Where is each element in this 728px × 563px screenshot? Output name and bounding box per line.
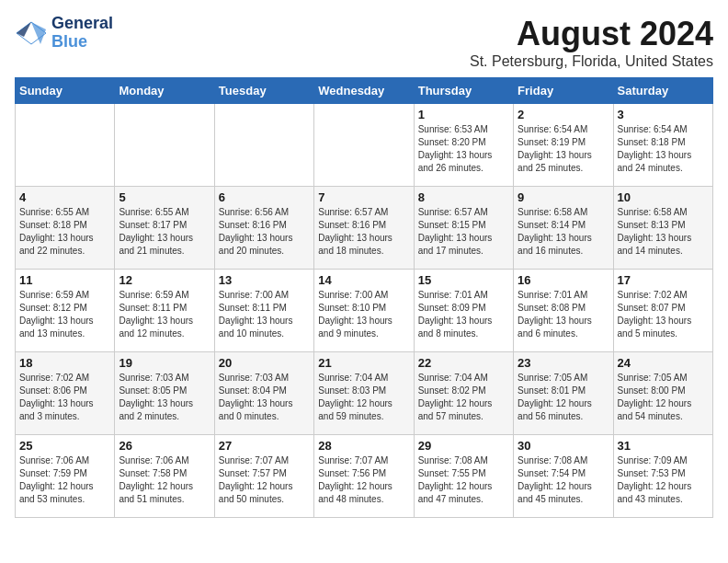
day-number: 2 <box>518 108 609 121</box>
day-info: Sunrise: 6:55 AM Sunset: 8:17 PM Dayligh… <box>119 206 210 258</box>
calendar-cell: 23Sunrise: 7:05 AM Sunset: 8:01 PM Dayli… <box>514 352 613 435</box>
calendar-cell: 9Sunrise: 6:58 AM Sunset: 8:14 PM Daylig… <box>514 187 613 270</box>
calendar-cell <box>115 104 214 187</box>
day-number: 7 <box>318 190 409 204</box>
day-info: Sunrise: 7:00 AM Sunset: 8:10 PM Dayligh… <box>318 289 409 340</box>
weekday-header-sunday: Sunday <box>16 78 115 104</box>
calendar-cell: 19Sunrise: 7:03 AM Sunset: 8:05 PM Dayli… <box>115 352 214 435</box>
calendar: SundayMondayTuesdayWednesdayThursdayFrid… <box>15 77 713 518</box>
day-number: 22 <box>418 356 509 370</box>
day-number: 31 <box>618 439 709 453</box>
day-info: Sunrise: 7:08 AM Sunset: 7:54 PM Dayligh… <box>518 454 609 506</box>
day-info: Sunrise: 7:04 AM Sunset: 8:03 PM Dayligh… <box>318 372 409 423</box>
day-info: Sunrise: 6:54 AM Sunset: 8:18 PM Dayligh… <box>618 123 709 175</box>
svg-marker-1 <box>31 22 46 44</box>
calendar-cell: 18Sunrise: 7:02 AM Sunset: 8:06 PM Dayli… <box>16 352 115 435</box>
calendar-header: SundayMondayTuesdayWednesdayThursdayFrid… <box>16 78 713 104</box>
weekday-header-saturday: Saturday <box>613 78 712 104</box>
calendar-cell: 6Sunrise: 6:56 AM Sunset: 8:16 PM Daylig… <box>214 187 313 270</box>
day-info: Sunrise: 7:01 AM Sunset: 8:09 PM Dayligh… <box>418 289 509 340</box>
day-info: Sunrise: 7:02 AM Sunset: 8:06 PM Dayligh… <box>19 372 110 423</box>
day-number: 26 <box>119 439 210 453</box>
day-info: Sunrise: 6:59 AM Sunset: 8:12 PM Dayligh… <box>19 289 110 340</box>
calendar-week-2: 4Sunrise: 6:55 AM Sunset: 8:18 PM Daylig… <box>16 187 713 270</box>
calendar-cell: 3Sunrise: 6:54 AM Sunset: 8:18 PM Daylig… <box>613 104 712 187</box>
calendar-cell: 12Sunrise: 6:59 AM Sunset: 8:11 PM Dayli… <box>115 270 214 352</box>
day-number: 3 <box>618 108 709 121</box>
calendar-week-1: 1Sunrise: 6:53 AM Sunset: 8:20 PM Daylig… <box>16 104 713 187</box>
calendar-cell: 2Sunrise: 6:54 AM Sunset: 8:19 PM Daylig… <box>514 104 613 187</box>
calendar-cell <box>314 104 414 187</box>
day-info: Sunrise: 6:55 AM Sunset: 8:18 PM Dayligh… <box>19 206 110 258</box>
calendar-body: 1Sunrise: 6:53 AM Sunset: 8:20 PM Daylig… <box>16 104 713 518</box>
calendar-cell: 8Sunrise: 6:57 AM Sunset: 8:15 PM Daylig… <box>414 187 513 270</box>
calendar-cell: 21Sunrise: 7:04 AM Sunset: 8:03 PM Dayli… <box>314 352 414 435</box>
calendar-week-3: 11Sunrise: 6:59 AM Sunset: 8:12 PM Dayli… <box>16 270 713 352</box>
page-title: August 2024 <box>470 15 713 53</box>
calendar-cell: 24Sunrise: 7:05 AM Sunset: 8:00 PM Dayli… <box>613 352 712 435</box>
logo: General Blue <box>15 15 113 52</box>
calendar-cell: 1Sunrise: 6:53 AM Sunset: 8:20 PM Daylig… <box>414 104 513 187</box>
day-number: 5 <box>119 190 210 204</box>
weekday-header-wednesday: Wednesday <box>314 78 414 104</box>
calendar-cell: 10Sunrise: 6:58 AM Sunset: 8:13 PM Dayli… <box>613 187 712 270</box>
day-info: Sunrise: 7:00 AM Sunset: 8:11 PM Dayligh… <box>219 289 310 340</box>
calendar-week-4: 18Sunrise: 7:02 AM Sunset: 8:06 PM Dayli… <box>16 352 713 435</box>
day-info: Sunrise: 7:03 AM Sunset: 8:05 PM Dayligh… <box>119 372 210 423</box>
logo-general-text: General <box>51 15 113 33</box>
calendar-cell <box>214 104 313 187</box>
day-info: Sunrise: 7:02 AM Sunset: 8:07 PM Dayligh… <box>618 289 709 340</box>
calendar-cell: 15Sunrise: 7:01 AM Sunset: 8:09 PM Dayli… <box>414 270 513 352</box>
day-number: 24 <box>618 356 709 370</box>
day-number: 13 <box>219 273 310 287</box>
logo-icon <box>15 20 48 46</box>
day-number: 9 <box>518 190 609 204</box>
calendar-cell: 16Sunrise: 7:01 AM Sunset: 8:08 PM Dayli… <box>514 270 613 352</box>
day-info: Sunrise: 6:54 AM Sunset: 8:19 PM Dayligh… <box>518 123 609 175</box>
day-number: 15 <box>418 273 509 287</box>
day-info: Sunrise: 7:07 AM Sunset: 7:57 PM Dayligh… <box>219 454 310 506</box>
day-number: 25 <box>19 439 110 453</box>
logo-blue-text: Blue <box>51 33 113 52</box>
day-number: 30 <box>518 439 609 453</box>
day-info: Sunrise: 7:08 AM Sunset: 7:55 PM Dayligh… <box>418 454 509 506</box>
calendar-cell: 29Sunrise: 7:08 AM Sunset: 7:55 PM Dayli… <box>414 435 513 518</box>
day-info: Sunrise: 7:09 AM Sunset: 7:53 PM Dayligh… <box>618 454 709 506</box>
calendar-cell: 4Sunrise: 6:55 AM Sunset: 8:18 PM Daylig… <box>16 187 115 270</box>
calendar-cell: 31Sunrise: 7:09 AM Sunset: 7:53 PM Dayli… <box>613 435 712 518</box>
weekday-header-thursday: Thursday <box>414 78 513 104</box>
calendar-cell: 22Sunrise: 7:04 AM Sunset: 8:02 PM Dayli… <box>414 352 513 435</box>
day-number: 20 <box>219 356 310 370</box>
day-number: 23 <box>518 356 609 370</box>
calendar-cell: 28Sunrise: 7:07 AM Sunset: 7:56 PM Dayli… <box>314 435 414 518</box>
calendar-cell: 14Sunrise: 7:00 AM Sunset: 8:10 PM Dayli… <box>314 270 414 352</box>
day-info: Sunrise: 7:01 AM Sunset: 8:08 PM Dayligh… <box>518 289 609 340</box>
day-number: 14 <box>318 273 409 287</box>
day-number: 11 <box>19 273 110 287</box>
logo-label: General Blue <box>51 15 113 52</box>
day-info: Sunrise: 7:06 AM Sunset: 7:58 PM Dayligh… <box>119 454 210 506</box>
calendar-cell <box>16 104 115 187</box>
day-number: 29 <box>418 439 509 453</box>
calendar-cell: 5Sunrise: 6:55 AM Sunset: 8:17 PM Daylig… <box>115 187 214 270</box>
title-area: August 2024 St. Petersburg, Florida, Uni… <box>470 15 713 70</box>
day-info: Sunrise: 7:03 AM Sunset: 8:04 PM Dayligh… <box>219 372 310 423</box>
day-number: 12 <box>119 273 210 287</box>
calendar-cell: 11Sunrise: 6:59 AM Sunset: 8:12 PM Dayli… <box>16 270 115 352</box>
calendar-cell: 30Sunrise: 7:08 AM Sunset: 7:54 PM Dayli… <box>514 435 613 518</box>
calendar-cell: 20Sunrise: 7:03 AM Sunset: 8:04 PM Dayli… <box>214 352 313 435</box>
day-number: 21 <box>318 356 409 370</box>
day-number: 27 <box>219 439 310 453</box>
day-number: 19 <box>119 356 210 370</box>
day-info: Sunrise: 7:04 AM Sunset: 8:02 PM Dayligh… <box>418 372 509 423</box>
day-info: Sunrise: 6:57 AM Sunset: 8:16 PM Dayligh… <box>318 206 409 258</box>
calendar-cell: 17Sunrise: 7:02 AM Sunset: 8:07 PM Dayli… <box>613 270 712 352</box>
day-number: 4 <box>19 190 110 204</box>
day-number: 10 <box>618 190 709 204</box>
header: General Blue August 2024 St. Petersburg,… <box>15 15 713 70</box>
day-info: Sunrise: 6:56 AM Sunset: 8:16 PM Dayligh… <box>219 206 310 258</box>
day-number: 28 <box>318 439 409 453</box>
weekday-header-monday: Monday <box>115 78 214 104</box>
day-number: 18 <box>19 356 110 370</box>
day-number: 1 <box>418 108 509 121</box>
